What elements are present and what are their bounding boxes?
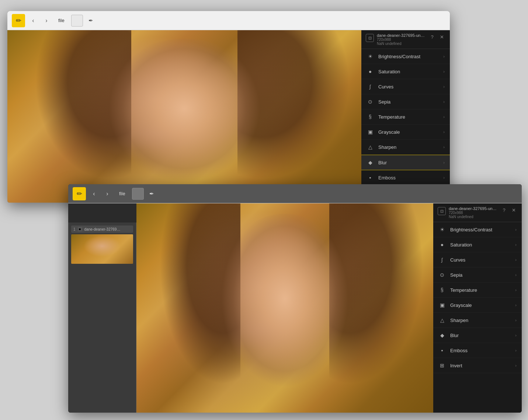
sharpen-arrow-icon: › — [443, 145, 445, 149]
forward-button-2[interactable]: › — [102, 189, 112, 199]
brightness-contrast-icon: ☀ — [367, 53, 374, 60]
file-menu-2[interactable]: file — [115, 189, 129, 198]
main-area-2: 1 ■ dane-deaner-327695-u... ⊡ d — [68, 203, 522, 413]
grayscale-icon: ▣ — [367, 128, 374, 136]
grayscale-arrow-icon: › — [443, 130, 445, 134]
thumbnail-image — [71, 234, 133, 264]
brightness-contrast-arrow-icon: › — [515, 227, 517, 232]
panel-icon-2: ⊡ — [438, 207, 446, 215]
filter-item-blur[interactable]: ◆Blur› — [361, 155, 450, 170]
filter-item-curves[interactable]: ∫Curves› — [433, 252, 522, 267]
meta-dimensions-2: 720x988 — [449, 211, 497, 215]
curves-arrow-icon: › — [443, 84, 445, 89]
temperature-label: Temperature — [378, 114, 439, 120]
curves-icon: ∫ — [367, 83, 374, 90]
filter-item-grayscale[interactable]: ▣Grayscale› — [361, 125, 450, 140]
sharpen-arrow-icon: › — [515, 318, 517, 322]
filter-item-saturation[interactable]: ●Saturation› — [361, 64, 450, 79]
saturation-icon: ● — [438, 241, 446, 248]
saturation-arrow-icon: › — [515, 242, 517, 247]
emboss-icon: ▪ — [367, 174, 374, 181]
filter-item-sharpen[interactable]: △Sharpen› — [361, 140, 450, 155]
filter-list-2: ☀Brightness/Contrast›●Saturation›∫Curves… — [433, 222, 522, 413]
thumbnail-strip: 1 ■ dane-deaner-327695-u... — [68, 223, 136, 413]
filter-item-temperature[interactable]: §Temperature› — [361, 109, 450, 125]
temperature-arrow-icon: › — [515, 288, 517, 292]
image-area-1 — [7, 30, 361, 203]
color-swatch-2[interactable] — [132, 188, 144, 200]
blur-label: Blur — [450, 333, 511, 338]
blur-label: Blur — [378, 160, 439, 165]
window-1: ✏ ‹ › file ✒ ⊡ dane-deaner-327695-unsp..… — [7, 11, 450, 203]
main-area-1: ⊡ dane-deaner-327695-unsp... 720x988 NaN… — [7, 30, 450, 203]
filter-item-brightness-contrast[interactable]: ☀Brightness/Contrast› — [361, 49, 450, 64]
filter-item-emboss[interactable]: ▪Emboss› — [433, 343, 522, 358]
filter-item-temperature[interactable]: §Temperature› — [433, 283, 522, 298]
filename-1: dane-deaner-327695-unsp... — [377, 33, 425, 38]
filter-list-1: ☀Brightness/Contrast›●Saturation›∫Curves… — [361, 49, 450, 203]
sepia-label: Sepia — [378, 99, 439, 105]
sharpen-icon: △ — [367, 143, 374, 151]
close-button-1[interactable]: ✕ — [438, 33, 445, 41]
blur-arrow-icon: › — [515, 333, 517, 337]
thumbnail-portrait — [71, 234, 133, 264]
meta-extra-2: NaN undefined — [449, 215, 497, 219]
toolbar-1: ✏ ‹ › file ✒ — [7, 11, 450, 30]
thumb-check: ■ — [78, 227, 82, 231]
right-panel-1: ⊡ dane-deaner-327695-unsp... 720x988 NaN… — [361, 30, 450, 203]
blur-icon: ◆ — [438, 332, 446, 339]
eyedropper-1[interactable]: ✒ — [86, 15, 96, 26]
temperature-label: Temperature — [450, 287, 511, 293]
filter-item-grayscale[interactable]: ▣Grayscale› — [433, 298, 522, 313]
color-swatch-1[interactable] — [71, 15, 83, 27]
help-button-1[interactable]: ? — [428, 33, 436, 41]
file-menu-1[interactable]: file — [55, 16, 68, 25]
app-logo-1[interactable]: ✏ — [12, 14, 25, 27]
brightness-contrast-label: Brightness/Contrast — [378, 54, 439, 59]
invert-icon: ⊞ — [438, 362, 446, 369]
filter-item-sepia[interactable]: ⊙Sepia› — [361, 94, 450, 109]
back-button-1[interactable]: ‹ — [28, 15, 38, 26]
brightness-contrast-label: Brightness/Contrast — [450, 227, 511, 232]
face-shape-1 — [96, 39, 273, 194]
invert-arrow-icon: › — [515, 363, 517, 368]
curves-label: Curves — [450, 257, 511, 263]
forward-button-1[interactable]: › — [41, 15, 52, 26]
emboss-label: Emboss — [450, 348, 511, 353]
emboss-arrow-icon: › — [515, 348, 517, 353]
filter-item-invert[interactable]: ⊞Invert› — [433, 358, 522, 373]
emboss-icon: ▪ — [438, 347, 446, 354]
filter-item-sharpen[interactable]: △Sharpen› — [433, 313, 522, 328]
eyedropper-2[interactable]: ✒ — [147, 189, 157, 199]
saturation-label: Saturation — [450, 242, 511, 248]
filter-item-blur[interactable]: ◆Blur› — [433, 328, 522, 343]
filename-2: dane-deaner-327695-unsp... — [449, 206, 497, 211]
filter-item-curves[interactable]: ∫Curves› — [361, 79, 450, 94]
blur-icon: ◆ — [367, 159, 374, 166]
close-button-2[interactable]: ✕ — [510, 206, 517, 214]
sharpen-label: Sharpen — [378, 144, 439, 150]
photo-background-1 — [7, 30, 361, 203]
back-button-2[interactable]: ‹ — [89, 189, 99, 199]
help-button-2[interactable]: ? — [500, 206, 508, 214]
filter-item-sepia[interactable]: ⊙Sepia› — [433, 267, 522, 283]
temperature-icon: § — [438, 286, 446, 294]
filter-item-saturation[interactable]: ●Saturation› — [433, 237, 522, 252]
app-logo-2[interactable]: ✏ — [73, 187, 86, 200]
panel-info-2: dane-deaner-327695-unsp... 720x988 NaN u… — [449, 206, 497, 219]
saturation-label: Saturation — [378, 69, 439, 74]
panel-actions-1: ? ✕ — [428, 33, 445, 41]
meta-extra-1: NaN undefined — [377, 42, 425, 46]
panel-header-2: ⊡ dane-deaner-327695-unsp... 720x988 NaN… — [433, 203, 522, 222]
curves-icon: ∫ — [438, 256, 446, 263]
brightness-contrast-arrow-icon: › — [443, 54, 445, 59]
filter-item-emboss[interactable]: ▪Emboss› — [361, 170, 450, 185]
brightness-contrast-icon: ☀ — [438, 226, 446, 233]
emboss-label: Emboss — [378, 175, 439, 181]
thumbnail-item-1[interactable]: 1 ■ dane-deaner-327695-u... — [71, 225, 133, 233]
meta-dimensions-1: 720x988 — [377, 38, 425, 42]
panel-header-1: ⊡ dane-deaner-327695-unsp... 720x988 NaN… — [361, 30, 450, 49]
filter-item-brightness-contrast[interactable]: ☀Brightness/Contrast› — [433, 222, 522, 237]
face-shape-2 — [211, 214, 359, 402]
temperature-icon: § — [367, 113, 374, 120]
